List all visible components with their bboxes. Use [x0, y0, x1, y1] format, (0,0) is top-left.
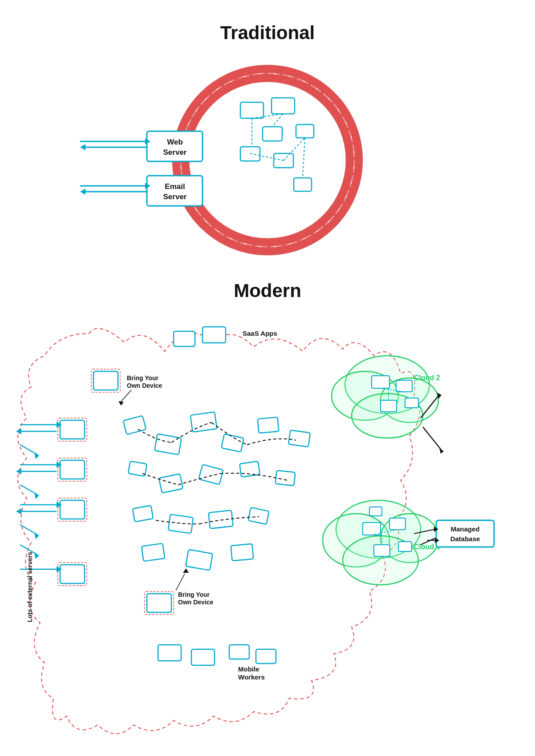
svg-text:Database: Database: [450, 535, 480, 543]
svg-rect-111: [258, 417, 279, 433]
svg-rect-25: [296, 125, 314, 138]
svg-rect-124: [231, 544, 254, 561]
svg-marker-130: [183, 568, 189, 573]
svg-text:Cloud 2: Cloud 2: [414, 374, 440, 382]
svg-rect-110: [221, 434, 244, 452]
svg-text:Web: Web: [167, 138, 183, 146]
svg-marker-87: [16, 428, 21, 434]
svg-rect-123: [186, 550, 213, 571]
svg-text:Managed: Managed: [450, 525, 479, 533]
svg-rect-51: [374, 545, 390, 556]
svg-rect-82: [60, 565, 85, 583]
svg-rect-43: [372, 376, 389, 388]
svg-rect-20: [240, 102, 263, 118]
svg-rect-9: [147, 176, 203, 206]
modern-section: Modern Cloud 2 Cloud 1: [0, 276, 535, 747]
svg-rect-78: [60, 460, 85, 479]
svg-line-88: [20, 445, 36, 454]
svg-rect-133: [229, 645, 249, 659]
svg-rect-80: [60, 500, 85, 519]
traditional-section: Traditional Web Server Email Server: [0, 13, 535, 262]
svg-text:Workers: Workers: [238, 673, 265, 681]
traditional-diagram-svg: Web Server Email Server: [0, 40, 535, 276]
page-container: Traditional Web Server Email Server: [0, 0, 535, 756]
svg-rect-76: [60, 420, 85, 439]
svg-rect-115: [199, 464, 223, 484]
svg-line-74: [120, 390, 131, 402]
svg-text:Lots of external servers: Lots of external servers: [26, 552, 33, 622]
svg-rect-121: [248, 507, 269, 524]
svg-marker-95: [34, 492, 39, 499]
svg-rect-22: [263, 127, 282, 141]
svg-marker-75: [118, 401, 124, 406]
svg-rect-125: [147, 594, 171, 612]
svg-rect-56: [436, 520, 494, 547]
svg-text:Server: Server: [163, 193, 187, 201]
svg-rect-116: [239, 461, 260, 477]
svg-rect-70: [93, 371, 118, 390]
svg-rect-53: [369, 507, 382, 516]
svg-rect-112: [288, 430, 310, 447]
svg-rect-122: [142, 543, 165, 561]
svg-marker-89: [34, 452, 39, 459]
svg-rect-68: [203, 327, 226, 343]
svg-text:Mobile: Mobile: [238, 665, 259, 673]
svg-rect-117: [276, 470, 296, 486]
svg-text:Email: Email: [165, 182, 185, 191]
svg-rect-114: [159, 474, 183, 493]
svg-rect-44: [396, 380, 412, 392]
svg-rect-132: [191, 649, 215, 665]
svg-marker-66: [439, 448, 444, 454]
svg-text:Bring Your: Bring Your: [127, 374, 159, 382]
svg-rect-67: [174, 331, 195, 346]
svg-rect-50: [389, 518, 405, 530]
svg-rect-120: [208, 510, 233, 528]
svg-text:SaaS Apps: SaaS Apps: [243, 330, 277, 337]
svg-line-129: [176, 574, 185, 591]
svg-text:Own Device: Own Device: [127, 382, 162, 389]
svg-rect-6: [147, 131, 203, 161]
svg-text:Own Device: Own Device: [178, 599, 214, 606]
svg-point-5: [190, 82, 345, 238]
svg-rect-46: [405, 398, 418, 408]
svg-rect-21: [272, 98, 295, 114]
svg-rect-52: [398, 542, 412, 551]
svg-rect-109: [190, 412, 217, 432]
svg-marker-101: [34, 532, 39, 539]
svg-rect-26: [294, 178, 312, 191]
svg-rect-45: [381, 400, 397, 412]
svg-rect-107: [123, 416, 146, 435]
svg-line-65: [423, 427, 441, 449]
svg-rect-49: [363, 523, 381, 535]
svg-rect-118: [133, 506, 154, 522]
svg-text:Bring Your: Bring Your: [178, 591, 210, 598]
svg-text:Server: Server: [163, 148, 187, 157]
svg-marker-93: [16, 468, 21, 475]
svg-rect-108: [154, 434, 182, 455]
svg-rect-131: [158, 645, 181, 661]
modern-diagram-svg: Cloud 2 Cloud 1 Managed Database: [0, 298, 535, 756]
svg-rect-134: [256, 649, 276, 664]
svg-marker-103: [34, 552, 39, 559]
svg-marker-99: [16, 508, 21, 515]
